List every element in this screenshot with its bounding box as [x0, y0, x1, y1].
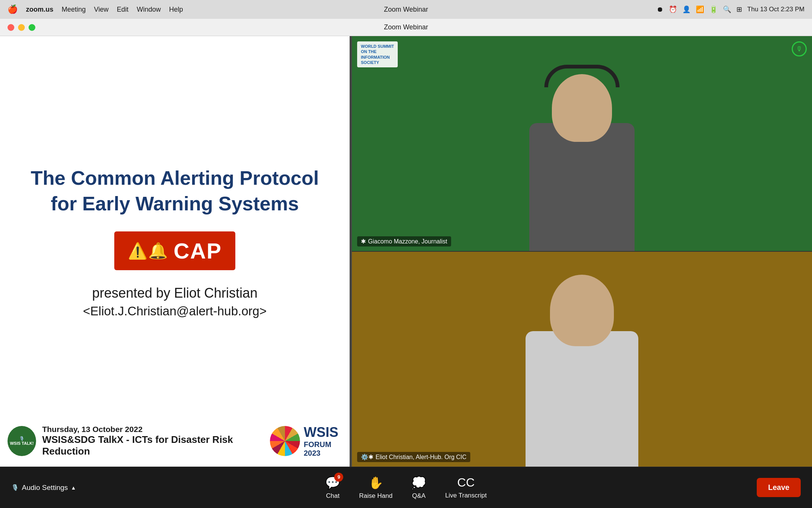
- slide-footer-date: Thursday, 13 October 2022: [42, 425, 270, 434]
- menu-edit[interactable]: Edit: [117, 6, 129, 14]
- video-panel-bottom: ⚙️✱ Eliot Christian, Alert-Hub. Org CIC: [352, 251, 812, 467]
- raise-hand-button[interactable]: ✋ Raise Hand: [359, 476, 392, 500]
- top-video-mic-icon: ✱: [361, 238, 366, 245]
- slide-footer-left: 🎙️WSIS TALK! Thursday, 13 October 2022 W…: [8, 425, 270, 457]
- bottom-person-body: [526, 331, 638, 467]
- menu-bar: 🍎 zoom.us Meeting View Edit Window Help …: [0, 0, 812, 19]
- menu-center-title: Zoom Webinar: [384, 6, 428, 14]
- cap-logo-container: ⚠️🔔 CAP: [114, 231, 235, 270]
- chat-button[interactable]: 💬 9 Chat: [325, 476, 340, 500]
- menu-help[interactable]: Help: [169, 6, 183, 14]
- top-video-name: Giacomo Mazzone, Journalist: [368, 238, 447, 245]
- slide-footer-event: WSIS&SDG TalkX - ICTs for Disaster Risk …: [42, 434, 270, 457]
- screen-record-icon: ⏺: [657, 6, 664, 14]
- slide-content: The Common Alerting Protocol for Early W…: [0, 36, 350, 467]
- audio-settings-chevron-icon[interactable]: ▲: [71, 485, 76, 491]
- raise-hand-label: Raise Hand: [359, 492, 392, 500]
- titlebar-title: Zoom Webinar: [384, 23, 428, 31]
- top-person-body: [529, 123, 635, 251]
- menu-meeting[interactable]: Meeting: [62, 6, 86, 14]
- sdg-wheel-icon: [270, 426, 300, 456]
- maximize-button[interactable]: [29, 24, 35, 31]
- menu-window[interactable]: Window: [137, 6, 161, 14]
- minimize-button[interactable]: [18, 24, 25, 31]
- user-icon: 👤: [682, 5, 691, 14]
- top-video-person: [352, 36, 812, 251]
- live-transcript-label: Live Transcript: [445, 492, 487, 499]
- main-content: The Common Alerting Protocol for Early W…: [0, 36, 812, 467]
- slide-footer-text: Thursday, 13 October 2022 WSIS&SDG TalkX…: [42, 425, 270, 457]
- forum-label: FORUM: [304, 440, 338, 449]
- cap-logo-text: CAP: [174, 238, 222, 263]
- live-transcript-button[interactable]: CC Live Transcript: [445, 476, 487, 499]
- slide-email: <Eliot.J.Christian@alert-hub.org>: [83, 304, 267, 318]
- video-panels: WORLD SUMMITON THEINFORMATIONSOCIETY 🎙 ✱…: [352, 36, 812, 467]
- menu-app-name[interactable]: zoom.us: [26, 6, 53, 14]
- qa-button[interactable]: 💭 Q&A: [411, 476, 426, 500]
- audio-settings-label: Audio Settings: [22, 484, 68, 492]
- leave-button[interactable]: Leave: [757, 478, 801, 497]
- live-transcript-icon: CC: [457, 476, 474, 490]
- slide-area: The Common Alerting Protocol for Early W…: [0, 36, 350, 467]
- cap-alert-icon: ⚠️🔔: [128, 242, 168, 260]
- menu-datetime: Thu 13 Oct 2:23 PM: [747, 6, 804, 13]
- audio-icon: 🎙️: [11, 484, 19, 491]
- wsis-talkx-logo: 🎙️WSIS TALK!: [8, 426, 36, 456]
- titlebar: Zoom Webinar: [0, 19, 812, 36]
- wsis-label: WSIS: [304, 424, 338, 440]
- top-video-label: ✱ Giacomo Mazzone, Journalist: [357, 236, 451, 246]
- battery-icon: 🔋: [709, 5, 718, 14]
- chat-badge: 9: [334, 473, 343, 482]
- headset-icon: [544, 65, 620, 87]
- qa-label: Q&A: [412, 492, 426, 500]
- clock-icon: ⏰: [669, 5, 677, 14]
- qa-icon: 💭: [411, 476, 426, 490]
- wsis-forum-badge: WSIS FORUM 2023: [270, 424, 338, 458]
- apple-logo-icon[interactable]: 🍎: [8, 5, 18, 14]
- chat-label: Chat: [326, 492, 339, 500]
- toolbar: 🎙️ Audio Settings ▲ 💬 9 Chat ✋ Raise Han…: [0, 467, 812, 508]
- window-controls[interactable]: [8, 24, 35, 31]
- slide-title: The Common Alerting Protocol for Early W…: [30, 166, 320, 216]
- audio-settings-control[interactable]: 🎙️ Audio Settings ▲: [11, 484, 76, 492]
- toolbar-center: 💬 9 Chat ✋ Raise Hand 💭 Q&A CC Live Tran…: [325, 476, 486, 500]
- bottom-video-icons: ⚙️✱: [361, 453, 373, 461]
- year-label: 2023: [304, 449, 338, 458]
- control-center-icon[interactable]: ⊞: [736, 5, 742, 14]
- menu-left: 🍎 zoom.us Meeting View Edit Window Help: [8, 5, 183, 14]
- menu-right: ⏺ ⏰ 👤 📶 🔋 🔍 ⊞ Thu 13 Oct 2:23 PM: [657, 5, 804, 14]
- mic-indicator-icon: 🎙: [792, 41, 807, 56]
- wsis-forum-text: WSIS FORUM 2023: [304, 424, 338, 458]
- video-panel-top: WORLD SUMMITON THEINFORMATIONSOCIETY 🎙 ✱…: [352, 36, 812, 251]
- bottom-person-head: [550, 275, 614, 346]
- toolbar-left: 🎙️ Audio Settings ▲: [11, 484, 76, 492]
- search-icon[interactable]: 🔍: [723, 5, 731, 14]
- toolbar-right: Leave: [757, 478, 801, 497]
- close-button[interactable]: [8, 24, 14, 31]
- wsis-overlay: WORLD SUMMITON THEINFORMATIONSOCIETY: [357, 41, 398, 67]
- slide-presenter: presented by Eliot Christian: [92, 285, 258, 301]
- slide-footer: 🎙️WSIS TALK! Thursday, 13 October 2022 W…: [0, 417, 350, 467]
- bottom-video-name: Eliot Christian, Alert-Hub. Org CIC: [376, 454, 467, 461]
- raise-hand-icon: ✋: [368, 476, 383, 490]
- wifi-icon: 📶: [696, 5, 704, 14]
- bottom-video-person: [352, 252, 812, 467]
- menu-view[interactable]: View: [94, 6, 109, 14]
- cap-logo: ⚠️🔔 CAP: [114, 231, 235, 270]
- bottom-video-label: ⚙️✱ Eliot Christian, Alert-Hub. Org CIC: [357, 452, 470, 462]
